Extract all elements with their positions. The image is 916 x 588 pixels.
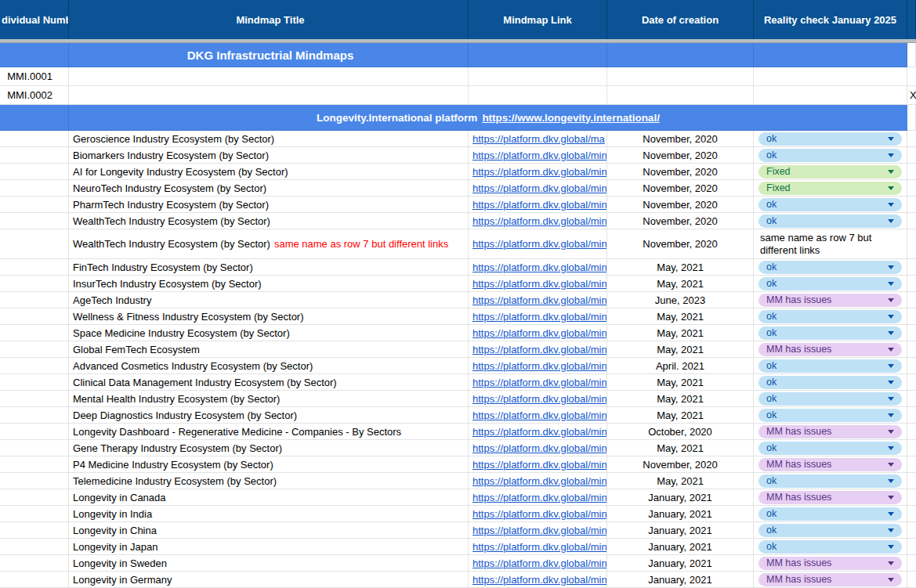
status-dropdown[interactable]: ok [759, 409, 902, 422]
partial-cell[interactable] [907, 292, 916, 308]
partial-cell[interactable] [907, 440, 916, 456]
date-cell[interactable]: May, 2021 [607, 391, 754, 407]
individual-number-cell[interactable] [0, 572, 69, 588]
mindmap-link[interactable]: https://platform.dkv.global/min [472, 492, 606, 503]
partial-cell[interactable] [907, 147, 916, 164]
column-header-mindmap-title[interactable]: Mindmap Title [69, 0, 469, 39]
mindmap-title-cell[interactable]: Advanced Cosmetics Industry Ecosystem (b… [69, 358, 469, 374]
mindmap-title-cell[interactable]: Global FemTech Ecosystem [69, 341, 469, 358]
mindmap-link[interactable]: https://platform.dkv.global/min [472, 182, 606, 194]
individual-number-cell[interactable] [0, 147, 69, 164]
mindmap-link[interactable]: https://platform.dkv.global/min [472, 215, 606, 227]
partial-cell[interactable] [907, 341, 916, 358]
mindmap-link[interactable]: https://platform.dkv.global/min [472, 238, 606, 250]
partial-cell[interactable] [907, 259, 916, 276]
status-dropdown[interactable]: ok [759, 198, 902, 211]
individual-number-cell[interactable] [0, 325, 69, 341]
individual-number-cell[interactable] [0, 131, 69, 147]
status-cell[interactable]: ok [754, 391, 907, 407]
individual-number-cell[interactable] [0, 374, 69, 391]
status-cell[interactable]: ok [754, 308, 907, 325]
individual-number-cell[interactable] [0, 180, 69, 197]
mindmap-link-cell[interactable]: https://platform.dkv.global/min [469, 572, 607, 588]
individual-number-cell[interactable] [0, 407, 69, 424]
mindmap-link[interactable]: https://platform.dkv.global/min [472, 311, 606, 323]
partial-cell[interactable] [907, 506, 916, 522]
section-title-cell[interactable]: DKG Infrastructrial Mindmaps [69, 43, 469, 67]
status-cell[interactable]: MM has issues [754, 292, 907, 308]
mindmap-link[interactable]: https://platform.dkv.global/min [472, 278, 606, 290]
section-band-cell[interactable] [0, 43, 69, 67]
status-cell[interactable]: MM has issues [754, 424, 907, 440]
mindmap-link[interactable]: https://platform.dkv.global/min [472, 393, 606, 405]
mindmap-title-cell[interactable] [69, 67, 469, 86]
partial-cell[interactable] [907, 489, 916, 506]
date-cell[interactable]: November, 2020 [607, 229, 754, 259]
date-cell[interactable]: January, 2021 [607, 522, 754, 539]
individual-number-cell[interactable] [0, 213, 69, 229]
partial-cell[interactable] [907, 105, 916, 131]
individual-number-cell[interactable] [0, 292, 69, 308]
partial-cell[interactable] [907, 197, 916, 213]
individual-number-cell[interactable] [0, 456, 69, 473]
status-cell[interactable]: ok [754, 197, 907, 213]
partial-cell[interactable] [907, 43, 916, 67]
column-header-partial[interactable] [907, 0, 916, 39]
partial-cell[interactable] [907, 308, 916, 325]
status-cell[interactable]: MM has issues [754, 489, 907, 506]
mindmap-link-cell[interactable]: https://platform.dkv.global/min [469, 292, 607, 308]
mindmap-link-cell[interactable]: https://platform.dkv.global/min [469, 424, 607, 440]
individual-number-cell[interactable] [0, 164, 69, 180]
mindmap-title-cell[interactable]: Longevity in Germany [69, 572, 469, 588]
partial-cell[interactable] [907, 180, 916, 197]
mindmap-link-cell[interactable]: https://platform.dkv.global/min [469, 276, 607, 292]
date-cell[interactable]: January, 2021 [607, 489, 754, 506]
column-header-mindmap-link[interactable]: Mindmap Link [469, 0, 607, 39]
mindmap-link-cell[interactable] [469, 86, 607, 105]
individual-number-cell[interactable] [0, 440, 69, 456]
status-cell[interactable]: same name as row 7 but different links [754, 229, 907, 259]
mindmap-link[interactable]: https://platform.dkv.global/min [472, 262, 606, 273]
mindmap-link[interactable]: https://platform.dkv.global/min [472, 574, 606, 586]
mindmap-link[interactable]: https://platform.dkv.global/min [472, 327, 606, 339]
date-cell[interactable]: November, 2020 [607, 213, 754, 229]
partial-cell[interactable] [907, 407, 916, 424]
mindmap-link[interactable]: https://platform.dkv.global/min [472, 541, 606, 553]
status-cell[interactable]: ok [754, 358, 907, 374]
mindmap-title-cell[interactable]: FinTech Industry Ecosystem (by Sector) [69, 259, 469, 276]
date-cell[interactable]: November, 2020 [607, 197, 754, 213]
individual-number-cell[interactable] [0, 522, 69, 539]
individual-number-cell[interactable] [0, 341, 69, 358]
status-cell[interactable]: ok [754, 147, 907, 164]
status-dropdown[interactable]: ok [759, 310, 902, 323]
status-dropdown[interactable]: ok [759, 277, 902, 290]
date-cell[interactable]: January, 2021 [607, 555, 754, 572]
individual-number-cell[interactable] [0, 539, 69, 555]
status-dropdown[interactable]: MM has issues [759, 425, 902, 438]
mindmap-link-cell[interactable]: https://platform.dkv.global/min [469, 489, 607, 506]
mindmap-title-cell[interactable]: Longevity in China [69, 522, 469, 539]
mindmap-link[interactable]: https://platform.dkv.global/min [472, 459, 606, 471]
mindmap-link-cell[interactable]: https://platform.dkv.global/min [469, 391, 607, 407]
individual-number-cell[interactable] [0, 259, 69, 276]
individual-number-cell[interactable] [0, 506, 69, 522]
partial-cell[interactable] [907, 67, 916, 86]
mindmap-title-cell[interactable]: Clinical Data Management Industry Ecosys… [69, 374, 469, 391]
mindmap-title-cell[interactable]: Geroscience Industry Ecosystem (by Secto… [69, 131, 469, 147]
status-dropdown[interactable]: MM has issues [759, 491, 902, 504]
date-cell[interactable]: November, 2020 [607, 131, 754, 147]
date-cell[interactable]: April. 2021 [607, 358, 754, 374]
section-band-longevity[interactable]: Longevity.International platform https:/… [0, 105, 916, 131]
individual-number-cell[interactable] [0, 308, 69, 325]
status-cell[interactable]: ok [754, 276, 907, 292]
mindmap-link[interactable]: https://platform.dkv.global/min [472, 409, 606, 421]
status-cell[interactable]: ok [754, 440, 907, 456]
individual-number-cell[interactable] [0, 276, 69, 292]
status-dropdown[interactable]: ok [759, 215, 902, 228]
mindmap-title-cell[interactable]: AgeTech Industry [69, 292, 469, 308]
mindmap-link-cell[interactable]: https://platform.dkv.global/min [469, 341, 607, 358]
status-dropdown[interactable]: ok [759, 261, 902, 274]
status-dropdown[interactable]: Fixed [759, 182, 902, 195]
date-cell[interactable]: November, 2020 [607, 147, 754, 164]
mindmap-title-cell[interactable]: Longevity in Canada [69, 489, 469, 506]
